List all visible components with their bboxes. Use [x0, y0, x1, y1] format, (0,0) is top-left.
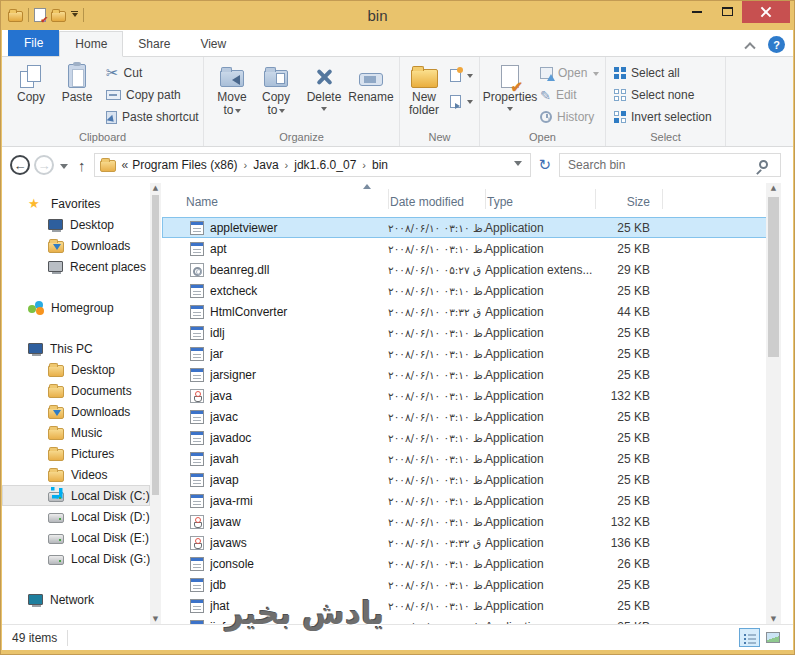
address-bar[interactable]: « Program Files (x86)›Java›jdk1.6.0_07›b… [94, 153, 531, 177]
search-icon[interactable] [759, 160, 768, 169]
sidebar-item-downloads[interactable]: Downloads [2, 401, 150, 422]
file-row-javaw[interactable]: javaw۲۰۰۸/۰۶/۱۰ ق.ظ ۰۳:۱۰Application132 … [162, 511, 767, 532]
qat-customize-caret-icon[interactable] [71, 11, 78, 20]
file-row-javap[interactable]: javap۲۰۰۸/۰۶/۱۰ ق.ظ ۰۳:۱۰Application25 K… [162, 469, 767, 490]
sidebar-item-desktop[interactable]: Desktop [2, 359, 150, 380]
file-row-javaws[interactable]: javaws۲۰۰۸/۰۶/۱۰ ق ۰۳:۳۲ ....Application… [162, 532, 767, 553]
refresh-icon[interactable]: ↻ [539, 156, 552, 174]
file-row-jhat[interactable]: jhat۲۰۰۸/۰۶/۱۰ ق.ظ ۰۳:۱۰Application25 KB [162, 595, 767, 616]
column-header-date-modified[interactable]: Date modified [388, 195, 485, 209]
tab-file[interactable]: File [8, 30, 59, 56]
sidebar-item-local-disk-e-[interactable]: Local Disk (E:) [2, 527, 150, 548]
edit-button[interactable]: ✎Edit [540, 86, 577, 104]
delete-button[interactable]: Delete [302, 61, 346, 112]
sidebar-item-network[interactable]: Network [2, 589, 150, 610]
sidebar-item-local-disk-d-[interactable]: Local Disk (D:) [2, 506, 150, 527]
invert-selection-button[interactable]: Invert selection [614, 108, 712, 126]
tab-share[interactable]: Share [123, 32, 185, 56]
file-row-idlj[interactable]: idlj۲۰۰۸/۰۶/۱۰ ق.ظ ۰۳:۱۰Application25 KB [162, 322, 767, 343]
easy-access-button[interactable] [450, 92, 473, 110]
file-row-apt[interactable]: apt۲۰۰۸/۰۶/۱۰ ق.ظ ۰۳:۱۰Application25 KB [162, 238, 767, 259]
sidebar-item-favorites[interactable]: ★Favorites [2, 193, 150, 214]
sidebar-item-local-disk-c-[interactable]: Local Disk (C:) [2, 485, 150, 506]
file-row-jconsole[interactable]: jconsole۲۰۰۸/۰۶/۱۰ ق.ظ ۰۳:۱۰Application2… [162, 553, 767, 574]
address-dropdown-icon[interactable] [514, 161, 522, 170]
breadcrumb-overflow-chevron[interactable]: « [120, 158, 129, 172]
sidebar-item-documents[interactable]: Documents [2, 380, 150, 401]
breadcrumb-segment[interactable]: Java [249, 158, 282, 172]
minimize-ribbon-icon[interactable] [744, 42, 755, 53]
file-row-jarsigner[interactable]: jarsigner۲۰۰۸/۰۶/۱۰ ق.ظ ۰۳:۱۰Application… [162, 364, 767, 385]
file-row-jdb[interactable]: jdb۲۰۰۸/۰۶/۱۰ ق.ظ ۰۳:۱۰Application25 KB [162, 574, 767, 595]
scroll-up-icon[interactable]: ▲ [150, 183, 161, 193]
new-item-button[interactable] [450, 66, 473, 84]
maximize-button[interactable] [712, 0, 742, 23]
scrollbar-thumb[interactable] [152, 195, 159, 495]
new-folder-button[interactable]: New folder [402, 61, 446, 117]
sidebar-item-videos[interactable]: Videos [2, 464, 150, 485]
column-header-size[interactable]: Size [595, 195, 650, 209]
scroll-down-icon[interactable]: ▼ [150, 614, 161, 624]
thumbnails-view-button[interactable] [762, 628, 783, 647]
move-to-button[interactable]: Move to [212, 61, 252, 117]
scrollbar-thumb[interactable] [768, 197, 779, 357]
up-button[interactable]: ↑ [78, 157, 86, 174]
scroll-down-icon[interactable]: ▼ [766, 614, 781, 624]
open-button[interactable]: Open [540, 64, 599, 82]
sidebar-item-local-disk-g-[interactable]: Local Disk (G:) [2, 548, 150, 569]
sidebar-item-music[interactable]: Music [2, 422, 150, 443]
minimize-button[interactable] [682, 0, 712, 23]
search-input[interactable] [560, 154, 780, 176]
app-file-icon [190, 221, 204, 235]
titlebar: bin [0, 0, 795, 30]
file-list-scrollbar[interactable]: ▲ ▼ [766, 183, 781, 624]
rename-button[interactable]: Rename [346, 61, 396, 104]
sidebar-item-recent-places[interactable]: Recent places [2, 256, 150, 277]
column-header-type[interactable]: Type [485, 195, 595, 209]
file-row-java[interactable]: java۲۰۰۸/۰۶/۱۰ ق.ظ ۰۳:۱۰Application132 K… [162, 385, 767, 406]
qat-new-folder-icon[interactable] [51, 11, 66, 22]
scroll-up-icon[interactable]: ▲ [766, 183, 781, 193]
close-button[interactable] [742, 0, 790, 23]
sidebar-item-pictures[interactable]: Pictures [2, 443, 150, 464]
file-row-java-rmi[interactable]: java-rmi۲۰۰۸/۰۶/۱۰ ق.ظ ۰۳:۱۰Application2… [162, 490, 767, 511]
file-row-appletviewer[interactable]: appletviewer۲۰۰۸/۰۶/۱۰ ق.ظ ۰۳:۱۰Applicat… [162, 217, 767, 238]
sidebar-item-homegroup[interactable]: Homegroup [2, 297, 150, 318]
column-header-name[interactable]: Name [162, 195, 388, 209]
back-button[interactable]: ← [10, 155, 30, 175]
sidebar-item-this-pc[interactable]: This PC [2, 338, 150, 359]
file-row-javac[interactable]: javac۲۰۰۸/۰۶/۱۰ ق.ظ ۰۳:۱۰Application25 K… [162, 406, 767, 427]
qat-properties-icon[interactable] [34, 8, 46, 22]
file-row-javah[interactable]: javah۲۰۰۸/۰۶/۱۰ ق.ظ ۰۳:۱۰Application25 K… [162, 448, 767, 469]
file-row-beanreg-dll[interactable]: beanreg.dll۲۰۰۸/۰۶/۱۰ ق ۰۵:۲۷ ....Applic… [162, 259, 767, 280]
sidebar-scrollbar[interactable]: ▲ ▼ [150, 183, 161, 624]
cut-button[interactable]: ✂Cut [106, 64, 142, 82]
copy-to-button[interactable]: Copy to [256, 61, 296, 117]
properties-button[interactable]: Properties [484, 61, 536, 112]
breadcrumb-segment[interactable]: jdk1.6.0_07 [290, 158, 360, 172]
explorer-app-icon[interactable] [8, 11, 23, 22]
paste-shortcut-button[interactable]: Paste shortcut [106, 108, 199, 126]
file-row-jinfo[interactable]: jinfo۲۰۰۸/۰۶/۱۰ ق.ظ ۰۳:۱۰Application25 K… [162, 616, 767, 624]
recent-locations-caret-icon[interactable] [60, 164, 68, 173]
breadcrumb-segment[interactable]: bin [368, 158, 392, 172]
copy-button[interactable]: Copy [8, 61, 54, 104]
file-row-htmlconverter[interactable]: HtmlConverter۲۰۰۸/۰۶/۱۰ ق ۰۳:۳۲ ....Appl… [162, 301, 767, 322]
breadcrumb-segment[interactable]: Program Files (x86) [128, 158, 241, 172]
select-none-button[interactable]: Select none [614, 86, 694, 104]
history-button[interactable]: History [540, 108, 594, 126]
copy-path-button[interactable]: Copy path [106, 86, 181, 104]
tab-home[interactable]: Home [59, 31, 123, 57]
forward-button[interactable]: → [34, 155, 54, 175]
file-row-extcheck[interactable]: extcheck۲۰۰۸/۰۶/۱۰ ق.ظ ۰۳:۱۰Application2… [162, 280, 767, 301]
help-icon[interactable]: ? [768, 36, 785, 53]
paste-button[interactable]: Paste [54, 61, 100, 104]
file-row-javadoc[interactable]: javadoc۲۰۰۸/۰۶/۱۰ ق.ظ ۰۳:۱۰Application25… [162, 427, 767, 448]
sidebar-item-desktop[interactable]: Desktop [2, 214, 150, 235]
sidebar-item-label: Local Disk (D:) [71, 510, 150, 524]
details-view-button[interactable] [739, 628, 760, 647]
sidebar-item-downloads[interactable]: Downloads [2, 235, 150, 256]
select-all-button[interactable]: Select all [614, 64, 680, 82]
file-row-jar[interactable]: jar۲۰۰۸/۰۶/۱۰ ق.ظ ۰۳:۱۰Application25 KB [162, 343, 767, 364]
tab-view[interactable]: View [185, 32, 241, 56]
